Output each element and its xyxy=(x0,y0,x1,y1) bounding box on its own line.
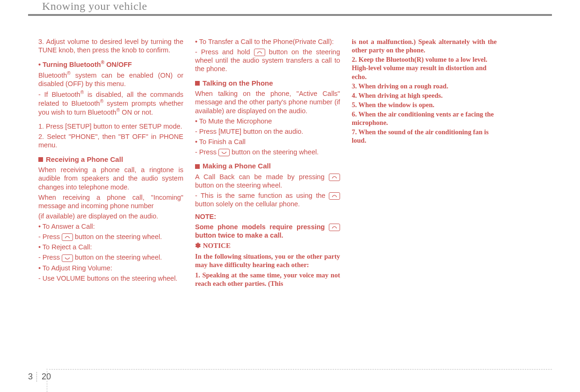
c2-p4: • To Mute the Microphone xyxy=(195,117,340,125)
c2-note-b2: button twice to make a call. xyxy=(195,232,283,239)
c2-p9: - This is the same function as using the… xyxy=(195,191,340,208)
c1-h1a: • Turning Bluetooth xyxy=(38,61,101,68)
header-rule xyxy=(28,14,552,16)
c1-p14: - Use VOLUME buttons on the steering whe… xyxy=(38,274,183,283)
page: Knowing your vehicle 3. Adjust volume to… xyxy=(0,0,580,392)
content-columns: 3. Adjust volume to desired level by tur… xyxy=(38,37,497,290)
call-pickup-icon xyxy=(62,233,73,241)
c1-p3: - If Bluetooth® is disabled, all the com… xyxy=(38,90,183,116)
c2-p1: • To Transfer a Call to the Phone(Privat… xyxy=(195,37,340,46)
reg-2: ® xyxy=(67,71,70,76)
c3-p6-t: 7. When the sound of the air conditionin… xyxy=(352,128,489,144)
c3-p4-t: 5. When the window is open. xyxy=(352,101,435,109)
c2-note-body: Some phone models require pressing butto… xyxy=(195,223,340,240)
column-3: is not a malfunction.) Speak alternately… xyxy=(352,37,497,290)
c1-p2a: Bluetooth xyxy=(38,72,67,79)
c1-p10: - Press button on the steering wheel. xyxy=(38,232,183,241)
page-number: 20 xyxy=(42,372,51,382)
c2-n1-t: In the following situations, you or the … xyxy=(195,253,340,269)
c2-p9b: button solely on the cellular phone. xyxy=(195,200,300,208)
call-pickup-icon xyxy=(329,192,340,200)
c3-p5: 6. When the air conditioning vents ar e … xyxy=(352,110,497,127)
c1-p10a: - Press xyxy=(38,233,62,240)
c2-note-b1: Some phone models require pressing xyxy=(195,223,329,231)
c2-p7: - Press button on the steering wheel. xyxy=(195,148,340,156)
chapter-number: 3 xyxy=(28,372,37,382)
c2-sect2-label: Making a Phone Call xyxy=(203,162,271,171)
c2-sect1-label: Talking on the Phone xyxy=(203,79,273,88)
footer-dash-line xyxy=(49,369,552,370)
c3-p0: is not a malfunction.) Speak alternately… xyxy=(352,37,497,54)
c1-p6: When receiving a phone call, a ringtone … xyxy=(38,166,183,191)
square-bullet-icon xyxy=(195,81,200,86)
c1-p11: • To Reject a Call: xyxy=(38,243,183,251)
c2-p3: When talking on the phone, "Active Calls… xyxy=(195,89,340,115)
c1-p2: Bluetooth® system can be enabled (ON) or… xyxy=(38,71,183,88)
header-section-title: Knowing your vehicle xyxy=(42,0,147,13)
c1-p5: 2. Select "PHONE", then "BT OFF" in PHON… xyxy=(38,132,183,149)
page-footer: 3 20 xyxy=(28,372,51,382)
c3-p5-t: 6. When the air conditioning vents ar e … xyxy=(352,110,494,126)
c2-p6: • To Finish a Call xyxy=(195,138,340,146)
column-1: 3. Adjust volume to desired level by tur… xyxy=(38,37,183,290)
c1-p12b: button on the steering wheel. xyxy=(73,254,162,261)
c3-p4: 5. When the window is open. xyxy=(352,101,497,109)
c1-p4: 1. Press [SETUP] button to enter SETUP m… xyxy=(38,122,183,131)
c2-p2a: - Press and hold xyxy=(195,48,254,56)
call-hangup-icon xyxy=(62,254,73,262)
c3-p2-t: 3. When driving on a rough road. xyxy=(352,82,448,90)
square-bullet-icon xyxy=(38,157,43,162)
c2-note-hd-t: NOTE: xyxy=(195,213,216,220)
c2-n2: 1. Speaking at the same time, your voice… xyxy=(195,271,340,288)
c1-p12a: - Press xyxy=(38,254,62,261)
c3-p1-t: 2. Keep the Bluetooth(R) volume to a low… xyxy=(352,56,487,80)
c2-p7a: - Press xyxy=(195,148,218,156)
c2-notice-hd: ✽ NOTICE xyxy=(195,241,340,250)
c1-sect1-label: Receiving a Phone Call xyxy=(46,155,123,164)
c2-sect-talking: Talking on the Phone xyxy=(195,79,340,88)
c1-p3d: ON or not. xyxy=(120,109,153,116)
c3-p0-t: is not a malfunction.) Speak alternately… xyxy=(352,38,497,54)
c2-p8b: button on the steering wheel. xyxy=(195,181,282,189)
c1-p1: 3. Adjust volume to desired level by tur… xyxy=(38,37,183,54)
square-bullet-icon xyxy=(195,164,200,169)
c2-note-hd: NOTE: xyxy=(195,212,340,221)
c3-p6: 7. When the sound of the air conditionin… xyxy=(352,128,497,145)
call-pickup-icon xyxy=(254,49,265,56)
column-2: • To Transfer a Call to the Phone(Privat… xyxy=(195,37,340,290)
c3-p3-t: 4. When driving at high speeds. xyxy=(352,92,442,99)
c1-p13: • To Adjust Ring Volume: xyxy=(38,264,183,272)
c1-p10b: button on the steering wheel. xyxy=(73,233,162,240)
c1-h1: • Turning Bluetooth® ON/OFF xyxy=(38,60,183,69)
c1-sect-receiving: Receiving a Phone Call xyxy=(38,155,183,164)
c3-p1: 2. Keep the Bluetooth(R) volume to a low… xyxy=(352,55,497,80)
c1-p8: (if available) are displayed on the audi… xyxy=(38,212,183,220)
c2-sect-making: Making a Phone Call xyxy=(195,162,340,171)
c1-p9: • To Answer a Call: xyxy=(38,222,183,231)
c2-p9a: - This is the same function as using the xyxy=(195,192,329,199)
c2-n2-t: 1. Speaking at the same time, your voice… xyxy=(195,271,340,287)
c2-n1: In the following situations, you or the … xyxy=(195,252,340,269)
c2-p7b: button on the steering wheel. xyxy=(230,148,319,156)
c1-h1b: ON/OFF xyxy=(104,61,132,68)
call-hangup-icon xyxy=(218,149,230,156)
c1-p3a: - If Bluetooth xyxy=(38,91,80,98)
c1-p12: - Press button on the steering wheel. xyxy=(38,253,183,261)
call-pickup-icon xyxy=(329,174,340,181)
c2-p8: A Call Back can be made by pressing butt… xyxy=(195,173,340,189)
c1-p7: When receiving a phone call, "Incoming" … xyxy=(38,193,183,210)
c2-p8a: A Call Back can be made by pressing xyxy=(195,173,329,181)
c2-p2: - Press and hold button on the steering … xyxy=(195,48,340,73)
c2-p5: - Press [MUTE] button on the audio. xyxy=(195,127,340,136)
c3-p3: 4. When driving at high speeds. xyxy=(352,91,497,100)
call-pickup-icon xyxy=(329,224,340,231)
c3-p2: 3. When driving on a rough road. xyxy=(352,82,497,90)
